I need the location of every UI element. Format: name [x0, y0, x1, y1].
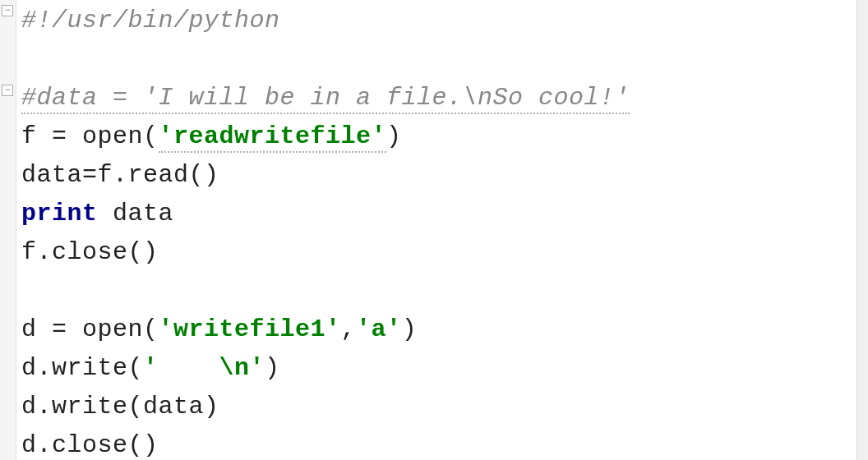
- code-token: ,: [341, 315, 357, 343]
- code-token: d.write(data): [21, 393, 219, 421]
- code-token: 'a': [356, 315, 402, 343]
- code-token: open: [82, 315, 143, 343]
- code-token: f.close(): [21, 238, 159, 266]
- code-token: data: [113, 200, 173, 228]
- code-token: (: [143, 315, 159, 343]
- code-token: ' \n': [143, 354, 265, 382]
- editor-gutter: − −: [0, 0, 16, 460]
- code-token: 'readwritefile': [159, 122, 387, 153]
- code-line[interactable]: f.close(): [21, 233, 868, 272]
- fold-marker-icon[interactable]: −: [2, 85, 13, 96]
- code-token: f =: [21, 122, 82, 150]
- code-line[interactable]: d.write(data): [21, 388, 868, 426]
- vertical-scrollbar[interactable]: [856, 0, 868, 460]
- code-token: d.close(): [21, 431, 159, 459]
- code-token: data=f.read(): [21, 161, 219, 189]
- code-line[interactable]: data=f.read(): [21, 156, 868, 195]
- code-token: d =: [21, 315, 82, 343]
- code-token: d.write(: [21, 354, 143, 382]
- code-line[interactable]: d = open('writefile1','a'): [21, 310, 868, 349]
- code-line[interactable]: [21, 272, 868, 310]
- code-token: #!/usr/bin/python: [21, 7, 280, 34]
- code-token: 'writefile1': [159, 315, 341, 343]
- code-token: ): [265, 354, 280, 382]
- code-token: open: [82, 122, 143, 150]
- fold-marker-icon[interactable]: −: [2, 5, 13, 16]
- code-line[interactable]: #data = 'I will be in a file.\nSo cool!': [21, 79, 868, 117]
- code-editor[interactable]: #!/usr/bin/python #data = 'I will be in …: [21, 0, 868, 460]
- code-line[interactable]: d.write(' \n'): [21, 349, 868, 388]
- code-token: #data = 'I will be in a file.\nSo cool!': [21, 84, 630, 114]
- code-token: ): [402, 315, 418, 343]
- code-line[interactable]: #!/usr/bin/python: [21, 2, 868, 40]
- code-token: (: [143, 122, 159, 150]
- code-line[interactable]: f = open('readwritefile'): [21, 117, 868, 156]
- code-token: ): [386, 122, 402, 150]
- code-line[interactable]: [21, 40, 868, 79]
- code-token: print: [21, 200, 113, 228]
- code-line[interactable]: d.close(): [21, 426, 868, 460]
- code-line[interactable]: print data: [21, 195, 868, 233]
